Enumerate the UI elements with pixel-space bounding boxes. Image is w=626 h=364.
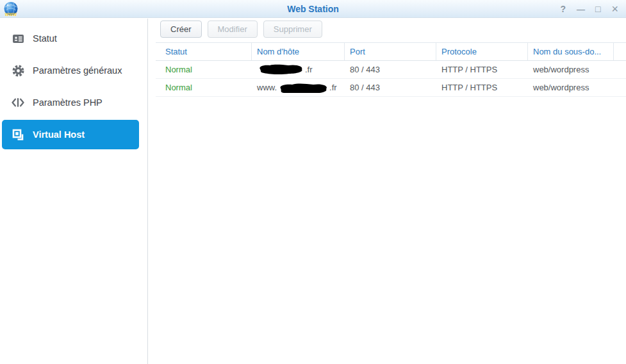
column-header-spacer bbox=[614, 43, 626, 60]
titlebar: WWW Web Station ? — □ × bbox=[0, 0, 626, 18]
delete-button[interactable]: Supprimer bbox=[263, 21, 322, 38]
minimize-icon[interactable]: — bbox=[577, 5, 584, 13]
sidebar-item-parametres-generaux[interactable]: Paramètres généraux bbox=[2, 56, 139, 85]
modify-button[interactable]: Modifier bbox=[208, 21, 258, 38]
protocol-cell: HTTP / HTTPS bbox=[436, 65, 528, 74]
hostname-cell: .fr bbox=[252, 64, 345, 75]
table-header: Statut Nom d'hôte Port Protocole Nom du … bbox=[156, 42, 626, 61]
subfolder-cell: web/wordpress bbox=[528, 83, 614, 92]
hostname-suffix: .fr bbox=[305, 65, 313, 74]
protocol-cell: HTTP / HTTPS bbox=[436, 83, 528, 92]
virtual-host-icon bbox=[11, 128, 25, 142]
table-row[interactable]: Normal www. .fr 80 / 443 HTTP / HTTPS we… bbox=[156, 79, 626, 97]
hostname-prefix: www. bbox=[257, 83, 277, 92]
subfolder-cell: web/wordpress bbox=[528, 65, 614, 74]
sidebar-item-label: Paramètres PHP bbox=[33, 97, 103, 108]
column-header-port[interactable]: Port bbox=[345, 43, 436, 60]
hostname-suffix: .fr bbox=[329, 83, 337, 92]
web-station-window: { "titlebar": { "title": "Web Station", … bbox=[0, 0, 626, 364]
column-header-statut[interactable]: Statut bbox=[156, 43, 252, 60]
toolbar: Créer Modifier Supprimer bbox=[160, 21, 322, 38]
close-icon[interactable]: × bbox=[611, 3, 618, 15]
sidebar-item-virtual-host[interactable]: Virtual Host bbox=[2, 120, 139, 149]
sidebar-item-parametres-php[interactable]: Paramètres PHP bbox=[2, 88, 139, 117]
code-brackets-icon bbox=[11, 95, 25, 110]
sidebar: Statut Paramètres généraux Paramètres PH… bbox=[0, 19, 148, 364]
maximize-icon[interactable]: □ bbox=[595, 4, 600, 13]
status-card-icon bbox=[11, 31, 25, 46]
virtual-host-table: Statut Nom d'hôte Port Protocole Nom du … bbox=[156, 42, 626, 97]
window-title: Web Station bbox=[0, 0, 626, 18]
column-header-sous-domaine[interactable]: Nom du sous-do... bbox=[528, 43, 614, 60]
table-row[interactable]: Normal .fr 80 / 443 HTTP / HTTPS web/wor… bbox=[156, 61, 626, 79]
gear-icon bbox=[11, 63, 25, 78]
status-cell: Normal bbox=[156, 65, 252, 74]
sidebar-item-label: Statut bbox=[33, 33, 57, 44]
column-header-nom-dhote[interactable]: Nom d'hôte bbox=[252, 43, 345, 60]
sidebar-item-statut[interactable]: Statut bbox=[2, 24, 139, 53]
redaction-scribble bbox=[277, 83, 329, 93]
port-cell: 80 / 443 bbox=[345, 83, 436, 92]
create-button[interactable]: Créer bbox=[160, 21, 202, 38]
help-icon[interactable]: ? bbox=[560, 4, 566, 13]
port-cell: 80 / 443 bbox=[345, 65, 436, 74]
hostname-cell: www. .fr bbox=[252, 83, 345, 93]
main-panel: Créer Modifier Supprimer Statut Nom d'hô… bbox=[149, 19, 626, 364]
column-header-protocole[interactable]: Protocole bbox=[436, 43, 528, 60]
redaction-scribble bbox=[258, 64, 304, 75]
status-cell: Normal bbox=[156, 83, 252, 92]
sidebar-item-label: Virtual Host bbox=[33, 129, 85, 140]
sidebar-item-label: Paramètres généraux bbox=[33, 65, 122, 76]
